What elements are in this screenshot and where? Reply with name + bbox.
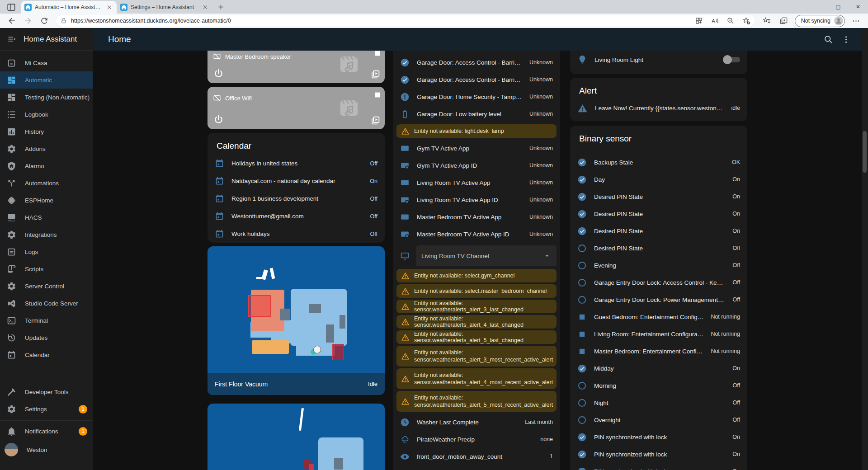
binary-sensor-row[interactable]: PIN synchronized with lockOn	[570, 463, 747, 470]
sidebar-item-notifications[interactable]: Notifications 1	[0, 423, 93, 440]
entity-warning-row[interactable]: Entity not available:sensor.weatheralert…	[396, 368, 557, 389]
sidebar-item-user[interactable]: Weston	[0, 440, 93, 460]
entity-warning-row[interactable]: Entity not available: sensor.weatheraler…	[396, 315, 557, 329]
binary-sensor-row[interactable]: Guest Bedroom: Entertainment Configurati…	[570, 308, 747, 325]
sidebar-item-automatic[interactable]: Automatic	[0, 71, 93, 89]
kebab-menu-icon[interactable]	[373, 51, 382, 58]
split-screen-icon[interactable]	[695, 17, 703, 25]
sidebar-item-scripts[interactable]: Scripts	[0, 260, 93, 277]
binary-sensor-row[interactable]: Master Bedroom: Entertainment Configurat…	[570, 343, 747, 360]
entity-row[interactable]: Garage Door: Low battery levelUnknown	[393, 105, 560, 122]
vacuum-footer[interactable]: First Floor Vacuum Idle	[208, 373, 385, 395]
binary-sensor-row[interactable]: Backups StaleOK	[570, 154, 747, 171]
scrollbar-thumb[interactable]	[863, 131, 867, 173]
tab-close-icon[interactable]	[106, 4, 113, 11]
read-aloud-icon[interactable]: A	[711, 17, 719, 25]
back-icon[interactable]	[7, 16, 16, 25]
entity-row[interactable]: Living Room TV Active App IDUnknown	[393, 191, 560, 208]
sidebar-item-integrations[interactable]: Integrations	[0, 226, 93, 243]
zoom-out-icon[interactable]	[726, 17, 735, 25]
sidebar-item-terminal[interactable]: Terminal	[0, 312, 93, 329]
sidebar-item-automations[interactable]: Automations	[0, 174, 93, 192]
new-tab-button[interactable]	[217, 3, 225, 11]
sidebar-item-calendar[interactable]: Calendar	[0, 346, 93, 363]
binary-sensor-row[interactable]: Desired PIN StateOn	[570, 222, 747, 240]
kebab-menu-icon[interactable]	[841, 35, 851, 44]
media-player-card[interactable]: Master Bedroom speaker	[208, 51, 385, 83]
binary-sensor-row[interactable]: Garage Entry Door Lock: Access Control -…	[570, 274, 747, 291]
entity-row[interactable]: Gym TV Active AppUnknown	[393, 140, 560, 157]
sidebar-item-esphome[interactable]: ESPHome	[0, 192, 93, 209]
entity-row[interactable]: Washer Last CompleteLast month	[393, 414, 560, 431]
maximize-button[interactable]: ▢	[828, 0, 848, 13]
entity-warning-row[interactable]: Entity not available: sensor.weatheraler…	[396, 300, 557, 313]
sidebar-item-addons[interactable]: Addons	[0, 140, 93, 157]
binary-sensor-row[interactable]: Living Room: Entertainment Configuration…	[570, 325, 747, 343]
sidebar-item-logs[interactable]: Logs	[0, 243, 93, 260]
second-vacuum-map-card[interactable]	[208, 404, 385, 470]
sidebar-item-settings[interactable]: Settings1	[0, 400, 93, 418]
entity-row[interactable]: Gym TV Active App IDUnknown	[393, 157, 560, 174]
entity-row[interactable]: Garage Door: Home Security - Tampering, …	[393, 88, 560, 105]
profile-button[interactable]: Not syncing	[795, 15, 845, 27]
browser-menu-icon[interactable]	[852, 17, 860, 25]
sidebar-item-logbook[interactable]: Logbook	[0, 106, 93, 123]
refresh-icon[interactable]	[40, 16, 49, 25]
browser-tab[interactable]: Settings – Home Assistant	[117, 1, 212, 14]
binary-sensor-row[interactable]: Garage Entry Door Lock: Power Management…	[570, 291, 747, 308]
browse-media-icon[interactable]	[371, 116, 380, 125]
calendar-row[interactable]: Natdaycal.com - national day calendarOn	[208, 172, 385, 190]
favorites-bar-icon[interactable]	[763, 17, 771, 25]
binary-sensor-row[interactable]: PIN synchronized with lockOn	[570, 446, 747, 463]
calendar-row[interactable]: Holidays in united statesOff	[208, 155, 385, 172]
entity-row[interactable]: Leave Now! Currently {{states.sensor.wes…	[570, 99, 747, 117]
power-icon[interactable]	[213, 68, 224, 79]
sidebar-item-alarmo[interactable]: Alarmo	[0, 157, 93, 174]
binary-sensor-row[interactable]: OvernightOff	[570, 411, 747, 428]
tab-close-icon[interactable]	[202, 4, 209, 11]
calendar-row[interactable]: Region 1 business developmentOff	[208, 190, 385, 207]
binary-sensor-row[interactable]: Desired PIN StateOn	[570, 205, 747, 222]
entity-warning-row[interactable]: Entity not available:sensor.weatheralert…	[396, 391, 557, 412]
kebab-menu-icon[interactable]	[373, 90, 382, 99]
favorite-add-icon[interactable]	[742, 17, 750, 25]
binary-sensor-row[interactable]: NightOff	[570, 394, 747, 411]
sidebar-item-studio-code-server[interactable]: Studio Code Server	[0, 295, 93, 312]
entity-warning-row[interactable]: Entity not available: select.master_bedr…	[396, 284, 557, 298]
forward-icon[interactable]	[24, 16, 33, 25]
sidebar-item-server-control[interactable]: Server Control	[0, 277, 93, 295]
light-card[interactable]: Living Room Light	[570, 51, 747, 74]
menu-icon[interactable]	[7, 34, 16, 44]
sidebar-item-hacs[interactable]: HACSHACS	[0, 209, 93, 226]
entity-warning-row[interactable]: Entity not available:sensor.weatheralert…	[396, 346, 557, 367]
sidebar-item-testing-non-automatic-[interactable]: Testing (Non Automatic)	[0, 89, 93, 106]
entity-row[interactable]: PirateWeather Precipnone	[393, 431, 560, 448]
calendar-row[interactable]: Westontturner@gmail.comOff	[208, 207, 385, 225]
close-button[interactable]: ✕	[848, 0, 868, 13]
binary-sensor-row[interactable]: MorningOff	[570, 377, 747, 394]
entity-row[interactable]: Garage Door: Access Control - Barrier se…	[393, 54, 560, 71]
entity-row[interactable]: Garage Door: Access Control - Barrier un…	[393, 71, 560, 88]
binary-sensor-row[interactable]: EveningOff	[570, 257, 747, 274]
tab-actions-icon[interactable]	[6, 2, 16, 12]
entity-row[interactable]: Master Bedroom TV Active AppUnknown	[393, 208, 560, 226]
sidebar-item-history[interactable]: History	[0, 123, 93, 140]
calendar-row[interactable]: Work holidaysOff	[208, 225, 385, 243]
entity-row[interactable]: Living Room TV Active AppUnknown	[393, 174, 560, 191]
light-toggle[interactable]	[723, 55, 740, 64]
binary-sensor-row[interactable]: DayOn	[570, 171, 747, 188]
power-icon[interactable]	[213, 114, 224, 125]
entity-row[interactable]: Master Bedroom TV Active App IDUnknown	[393, 226, 560, 243]
entity-warning-row[interactable]: Entity not available: sensor.weatheraler…	[396, 330, 557, 344]
sidebar-item-developer-tools[interactable]: Developer Tools	[0, 383, 93, 400]
media-player-card[interactable]: Office Wifi	[208, 87, 385, 129]
sidebar-item-updates[interactable]: Updates	[0, 329, 93, 346]
sidebar-item-mi-casa[interactable]: mMi Casa	[0, 54, 93, 71]
search-icon[interactable]	[824, 35, 833, 44]
entity-row[interactable]: front_door_motion_away_count1	[393, 448, 560, 465]
entity-warning-row[interactable]: Entity not available: select.gym_channel	[396, 269, 557, 282]
browse-media-icon[interactable]	[371, 70, 380, 79]
page-scrollbar[interactable]	[862, 28, 868, 470]
vacuum-map-card[interactable]: First Floor Vacuum Idle	[208, 246, 385, 395]
collections-icon[interactable]	[779, 17, 788, 25]
